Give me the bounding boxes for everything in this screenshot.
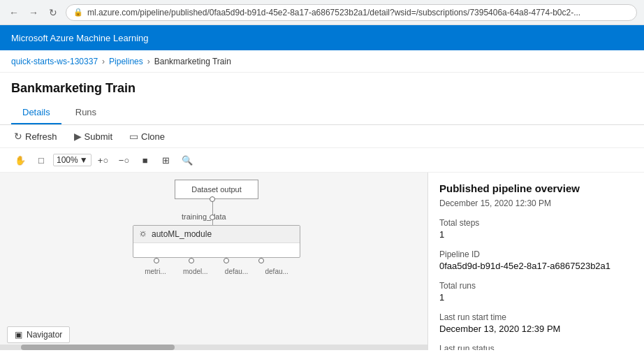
url-bar[interactable]: 🔒 ml.azure.com/pipeline/published/0faa5d… [66,4,637,21]
connector-dot-mid [210,215,215,220]
tabs-bar: Details Runs [0,101,644,125]
tab-details[interactable]: Details [11,101,61,124]
zoom-dropdown[interactable]: 100% ▼ [53,154,92,166]
last-run-time-value: December 13, 2020 12:39 PM [439,324,633,334]
url-text: ml.azure.com/pipeline/published/0faa5d9d… [87,8,580,17]
pipeline-canvas: Dataset output training_data ⛭ autoML_mo… [0,173,427,350]
total-steps-label: Total steps [439,218,633,228]
panel-section-total-steps: Total steps 1 [439,218,633,240]
breadcrumb-pipelines[interactable]: Pipelines [109,57,143,66]
output-label-3: defau... [225,268,248,275]
dataset-node: Dataset output [175,180,258,199]
zoom-chevron-icon: ▼ [80,155,88,165]
right-panel: Published pipeline overview December 15,… [427,173,644,350]
output-label-1: metri... [145,268,166,275]
panel-section-total-runs: Total runs 1 [439,281,633,303]
output-dot-3 [224,258,229,263]
zoom-in-button[interactable]: +○ [94,151,112,169]
azure-topnav-title: Microsoft Azure Machine Learning [11,33,149,43]
refresh-icon: ↻ [14,131,22,142]
refresh-button[interactable]: ↻ [46,6,60,20]
total-runs-label: Total runs [439,281,633,291]
select-tool-button[interactable]: □ [32,151,50,169]
connector-dot-top [210,196,215,202]
total-runs-value: 1 [439,292,633,303]
module-icon: ⛭ [139,229,147,239]
azure-topnav: Microsoft Azure Machine Learning [0,25,644,50]
module-label: autoML_module [152,229,212,239]
canvas-scrollbar[interactable] [0,345,427,350]
refresh-label: Refresh [25,131,57,142]
last-run-status-label: Last run status [439,344,633,350]
output-dot-2 [189,258,194,263]
output-dot-4 [258,258,264,263]
tab-runs[interactable]: Runs [64,101,108,124]
output-label-4: defau... [265,268,288,275]
breadcrumb-sep-2: › [147,57,150,66]
zoom-out-button[interactable]: −○ [115,151,133,169]
page-title: Bankmarketing Train [11,81,633,96]
module-box: ⛭ autoML_module [133,225,300,258]
main-content: Dataset output training_data ⛭ autoML_mo… [0,173,644,350]
last-run-time-label: Last run start time [439,312,633,322]
zoom-level: 100% [57,155,78,165]
module-body [133,243,300,257]
fit-view-button[interactable]: ■ [136,151,154,169]
automl-module-node[interactable]: ⛭ autoML_module metri... model... defau.… [133,225,300,275]
canvas-toolbar: ✋ □ 100% ▼ +○ −○ ■ ⊞ 🔍 [0,148,644,173]
search-button[interactable]: 🔍 [178,151,196,169]
submit-label: Submit [85,131,112,142]
lock-icon: 🔒 [73,8,83,17]
panel-title: Published pipeline overview [439,182,633,194]
back-button[interactable]: ← [7,6,21,20]
pipeline-id-label: Pipeline ID [439,249,633,259]
canvas-area[interactable]: Dataset output training_data ⛭ autoML_mo… [0,173,427,350]
navigator-icon: ▣ [15,330,22,340]
hand-tool-button[interactable]: ✋ [11,151,29,169]
panel-section-last-run-status: Last run status Finished [439,344,633,350]
submit-button[interactable]: ▶ Submit [71,129,115,143]
breadcrumb: quick-starts-ws-130337 › Pipelines › Ban… [0,50,644,73]
clone-icon: ▭ [129,131,138,142]
output-dot-1 [154,258,159,263]
pipeline-id-value: 0faa5d9d-b91d-45e2-8a17-a6867523b2a1 [439,261,633,271]
panel-date: December 15, 2020 12:30 PM [439,198,633,208]
panel-section-pipeline-id: Pipeline ID 0faa5d9d-b91d-45e2-8a17-a686… [439,249,633,271]
refresh-button[interactable]: ↻ Refresh [11,129,60,143]
output-labels: metri... model... defau... defau... [133,268,300,275]
submit-icon: ▶ [74,131,82,142]
breadcrumb-sep-1: › [102,57,105,66]
total-steps-value: 1 [439,229,633,240]
panel-section-last-run-time: Last run start time December 13, 2020 12… [439,312,633,334]
browser-bar: ← → ↻ 🔒 ml.azure.com/pipeline/published/… [0,0,644,25]
breadcrumb-workspace[interactable]: quick-starts-ws-130337 [11,57,98,66]
main-toolbar: ↻ Refresh ▶ Submit ▭ Clone [0,125,644,148]
dataset-label: Dataset output [191,185,242,194]
navigator-label: Navigator [27,330,62,340]
dataset-box[interactable]: Dataset output [175,180,258,199]
training-data-label: training_data [182,212,226,221]
breadcrumb-current: Bankmarketing Train [154,57,231,66]
canvas-scrollbar-thumb[interactable] [21,345,175,350]
grid-button[interactable]: ⊞ [157,151,175,169]
output-label-2: model... [183,268,208,275]
clone-label: Clone [141,131,165,142]
module-header: ⛭ autoML_module [133,226,300,243]
navigator-button[interactable]: ▣ Navigator [7,326,70,343]
clone-button[interactable]: ▭ Clone [126,129,168,143]
page-header: Bankmarketing Train [0,73,644,99]
forward-button[interactable]: → [27,6,41,20]
